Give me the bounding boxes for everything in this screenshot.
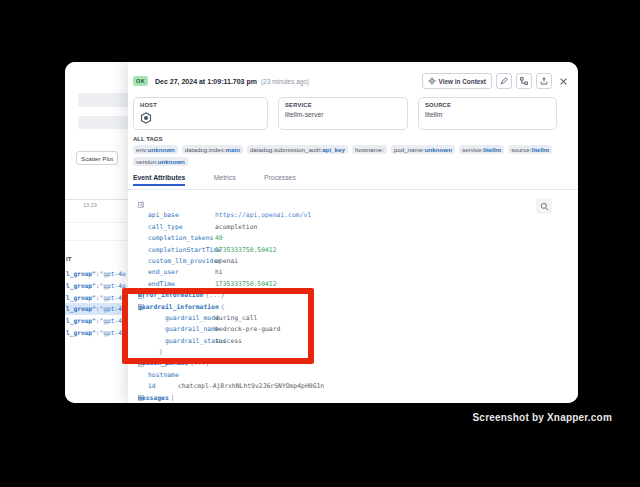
json-row-guardrail-name: guardrail_name bedrock-pre-guard	[128, 324, 578, 335]
all-tags-label: ALL TAGS	[133, 136, 162, 142]
event-detail-panel: OK Dec 27, 2024 at 1:09:11.703 pm (23 mi…	[128, 62, 578, 403]
event-timestamp: Dec 27, 2024 at 1:09:11.703 pm	[155, 78, 257, 85]
tab-metrics[interactable]: Metrics	[214, 168, 236, 186]
expand-icon[interactable]	[128, 361, 138, 367]
json-value: bedrock-pre-guard	[215, 324, 280, 335]
json-close-brace-row: }	[128, 347, 578, 358]
json-key[interactable]: id	[148, 381, 178, 392]
event-attributes-json: { api_base https://api.openai.com/v1 cal…	[128, 199, 578, 403]
list-item[interactable]: l_group":"gpt-4o	[65, 315, 135, 327]
json-row-hidden-params: hidden_params {...}	[128, 358, 578, 369]
close-button[interactable]	[556, 73, 570, 89]
event-list: l_group":"gpt-4o l_group":"gpt-4o l_grou…	[65, 268, 135, 339]
watermark-text: Screenshot by Xnapper.com	[473, 412, 613, 423]
view-in-context-button[interactable]: View in Context	[422, 73, 492, 89]
json-row-guardrail-information: guardrail_information {	[128, 302, 578, 313]
json-key[interactable]: api_base	[148, 210, 215, 221]
related-traces-button[interactable]	[516, 73, 532, 89]
tag-pill[interactable]: datadog.index:main	[182, 145, 243, 154]
collapse-icon[interactable]	[128, 202, 138, 208]
clipped-text: :	[71, 154, 73, 160]
json-key[interactable]: end_user	[148, 267, 215, 278]
json-key[interactable]: messages	[138, 393, 169, 403]
gridline	[65, 240, 128, 241]
tag-pill[interactable]: datadog.submission_auth:api_key	[247, 145, 348, 154]
expand-icon[interactable]	[128, 304, 138, 310]
export-button[interactable]	[536, 73, 552, 89]
background-page: : Scatter Plot 13:23 IT l_group":"gpt-4o…	[65, 62, 135, 403]
json-root-row: {	[128, 199, 578, 210]
target-icon	[428, 77, 436, 85]
list-item-selected[interactable]: l_group":"gpt-4o	[65, 303, 135, 315]
json-row-call-type: call_type acompletion	[128, 222, 578, 233]
json-value: 1735333750.50412	[215, 245, 277, 256]
json-value: 40	[215, 233, 223, 244]
json-row-error-information: error_information {...}	[128, 290, 578, 301]
pencil-icon	[500, 77, 508, 85]
json-value: 1735333750.50412	[215, 279, 277, 290]
expand-icon[interactable]	[128, 293, 138, 299]
tag-pill[interactable]: source:litellm	[508, 145, 552, 154]
tag-pill[interactable]: version:unknown	[133, 157, 188, 166]
skeleton-box	[78, 116, 133, 129]
json-row-api-base: api_base https://api.openai.com/v1	[128, 210, 578, 221]
export-icon	[540, 77, 548, 85]
list-item[interactable]: l_group":"gpt-4o	[65, 327, 135, 339]
tag-pill[interactable]: pod_name:unknown	[391, 145, 455, 154]
json-value: openai	[215, 256, 238, 267]
service-value: litellm-server	[285, 111, 401, 118]
desktop-background: : Scatter Plot 13:23 IT l_group":"gpt-4o…	[0, 0, 640, 487]
scatter-plot-button[interactable]: Scatter Plot	[76, 151, 118, 165]
relative-time: (23 minutes ago)	[261, 78, 309, 85]
tab-bar: Event Attributes Metrics Processes	[128, 166, 578, 190]
json-key[interactable]: completion_tokens	[148, 233, 215, 244]
time-axis-tick: 13:23	[83, 202, 97, 208]
expand-icon[interactable]	[128, 395, 138, 401]
tag-list: env:unknown datadog.index:main datadog.s…	[133, 145, 563, 166]
tag-pill[interactable]: service:litellm	[459, 145, 504, 154]
json-key[interactable]: guardrail_information	[138, 302, 219, 313]
json-key[interactable]: hostname	[148, 370, 179, 381]
json-key[interactable]: completionStartTime	[148, 245, 215, 256]
source-box: SOURCE litellm	[418, 97, 557, 130]
json-key[interactable]: endTime	[148, 279, 215, 290]
json-value: chatcmpl-Aj8rxhNLht9v2J6rSNYOmp4pH0G1n	[178, 381, 324, 392]
json-row-completion-start-time: completionStartTime 1735333750.50412	[128, 245, 578, 256]
json-value: hi	[215, 267, 223, 278]
json-key[interactable]: guardrail_mode	[165, 313, 215, 324]
json-row-guardrail-status: guardrail_status success	[128, 336, 578, 347]
tag-pill[interactable]: hostname:	[352, 145, 387, 154]
json-row-end-user: end_user hi	[128, 267, 578, 278]
json-value: during_call	[215, 313, 257, 324]
json-key[interactable]: call_type	[148, 222, 215, 233]
json-row-end-time: endTime 1735333750.50412	[128, 279, 578, 290]
flow-icon	[520, 77, 528, 85]
json-key[interactable]: error_information	[138, 290, 203, 301]
host-hexagon-icon	[140, 112, 152, 124]
json-row-custom-llm-provider: custom_llm_provider openai	[128, 256, 578, 267]
json-row-id: id chatcmpl-Aj8rxhNLht9v2J6rSNYOmp4pH0G1…	[128, 381, 578, 392]
info-boxes: HOST SERVICE litellm-server SOURCE litel…	[133, 97, 557, 130]
json-key[interactable]: guardrail_name	[165, 324, 215, 335]
json-key[interactable]: custom_llm_provider	[148, 256, 215, 267]
json-key[interactable]: hidden_params	[138, 358, 188, 369]
source-value: litellm	[425, 111, 550, 118]
list-item[interactable]: l_group":"gpt-4o	[65, 268, 135, 280]
edit-button[interactable]	[496, 73, 512, 89]
json-key[interactable]: guardrail_status	[165, 336, 215, 347]
host-box: HOST	[133, 97, 268, 130]
service-box: SERVICE litellm-server	[278, 97, 408, 130]
json-row-messages: messages [	[128, 393, 578, 403]
panel-header: OK Dec 27, 2024 at 1:09:11.703 pm (23 mi…	[133, 72, 570, 90]
json-value: acompletion	[215, 222, 257, 233]
list-item[interactable]: l_group":"gpt-4o	[65, 280, 135, 292]
gridline	[65, 222, 128, 223]
list-item[interactable]: l_group":"gpt-4o	[65, 292, 135, 304]
json-value-link[interactable]: https://api.openai.com/v1	[215, 210, 311, 221]
tag-pill[interactable]: env:unknown	[133, 145, 178, 154]
skeleton-box	[78, 93, 133, 107]
app-window: : Scatter Plot 13:23 IT l_group":"gpt-4o…	[65, 62, 578, 403]
json-row-guardrail-mode: guardrail_mode during_call	[128, 313, 578, 324]
tab-processes[interactable]: Processes	[264, 168, 296, 186]
tab-event-attributes[interactable]: Event Attributes	[133, 168, 185, 186]
